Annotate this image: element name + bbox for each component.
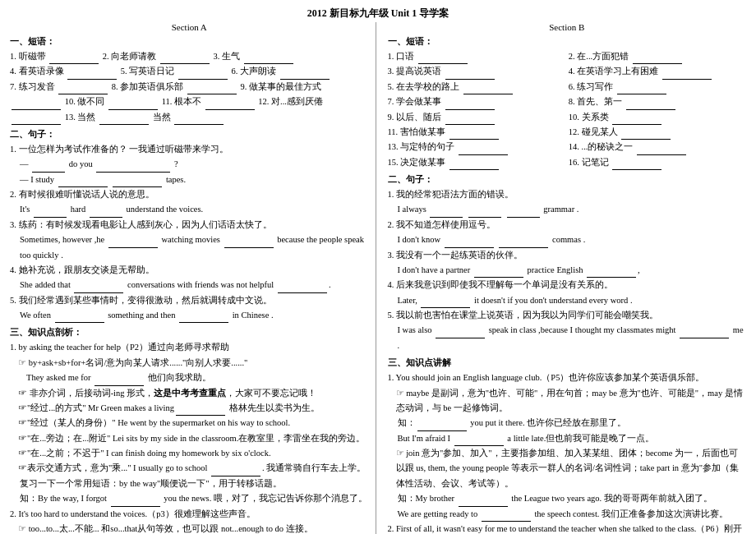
blank [621,130,671,140]
vocab-row-2: 4. 看英语录像 5. 写英语日记 6. 大声朗读 [10,64,369,79]
left-column: Section A 一、短语： 1. 听磁带 2. 向老师请教 3. 生气 4.… [10,22,376,534]
vocab-item: 2. 向老师请教 [103,52,157,61]
vocab-item: 13. 当然 [65,113,96,122]
vocab-item: 8. 参加英语俱乐部 [112,82,184,91]
knowledge-r1-ex4: We are getting ready to the speech conte… [388,507,747,522]
blank [160,54,210,64]
blank [74,283,123,293]
vocab-item: 7. 练习发音 [10,82,55,91]
blank [421,298,470,308]
blank [445,70,495,80]
vocab-row-1: 1. 听磁带 2. 向老师请教 3. 生气 [10,49,369,64]
knowledge-r1-ex2: But I'm afraid I a little late.但也前我可能是晚了… [388,431,747,446]
blank [12,115,61,125]
sentence-r2: 2. 我不知道怎样使用逗号。 [388,218,747,232]
blank [49,54,99,64]
vocab-r4: 4. 在英语学习上有困难 [569,64,746,79]
vocab-row-5: 13. 当然 当然 [10,110,369,125]
blank [94,376,144,386]
knowledge-1-detail7: ☞"在...之前；不迟于" I can finish doing my home… [10,446,369,461]
blank [680,329,729,338]
sentence-1-line2: — I study tapes. [10,173,369,187]
page-container: 2012 新目标九年级 Unit 1 导学案 Section A 一、短语： 1… [0,0,756,534]
vocab-item: 4. 看英语录像 [10,67,64,76]
blank [224,238,274,248]
blank [430,208,463,218]
blank [445,238,494,248]
knowledge-r1-ex3: 知：My brother the League two years ago. 我… [388,491,747,506]
blank [108,100,158,110]
blank [459,497,508,507]
blank [58,177,108,187]
vocab-item: 3. 生气 [214,52,241,61]
sentence-r4: 4. 后来我意识到即使我不理解每一个单词是没有关系的。 [388,278,747,292]
vocab-row-4: 10. 做不同 11. 根本不 12. 对...感到厌倦 [10,94,369,109]
sentence-3-line: Sometimes, however ,he watching movies b… [10,232,369,263]
blank [459,145,508,155]
sentence-header-left: 二、句子： [10,128,369,140]
blank [174,115,224,125]
vocab-item: 12. 对...感到厌倦 [258,97,323,106]
sentence-r5: 5. 我以前也害怕在课堂上说英语，因为我以为同学们可能会嘲笑我。 [388,308,747,323]
knowledge-header-right: 三、知识点讲解 [388,357,747,369]
vocab-r11: 11. 害怕做某事 [388,125,565,140]
knowledge-1-detail4: ☞"经过...的方式" Mr Green makes a living 格林先生… [10,401,369,416]
blank [633,54,682,64]
blank [482,512,531,522]
vocab-r7: 7. 学会做某事 [388,94,565,109]
vocab-item: 11. 根本不 [162,97,201,106]
blank [178,70,228,80]
knowledge-2-detail1: ☞ too...to...太...不能... 和so...that从句等效，也可… [10,522,369,534]
sentence-r1: 1. 我的经常犯语法方面的错误。 [388,187,747,202]
vocab-item: 9. 做某事的最佳方式 [241,82,322,91]
knowledge-header-left: 三、知识点剖析： [10,326,369,338]
blank [90,208,122,218]
blank [507,208,540,218]
vocab-r6: 6. 练习写作 [569,80,746,94]
blank [499,238,548,248]
blank [436,329,485,338]
knowledge-1-detail3: ☞ 非亦介词，后接动词-ing 形式，这是中考考查重点，大家可不要忘记哦！ [10,386,369,401]
vocab-item: 6. 大声朗读 [232,67,277,76]
blank [32,163,65,173]
blank [176,406,225,416]
blank [612,115,662,125]
knowledge-r2-title: 2. First of all, it wasn't easy for me t… [388,522,747,534]
vocab-r16: 16. 记笔记 [569,155,746,170]
blank [211,467,260,476]
blank [468,208,501,218]
blank [417,421,467,431]
sentence-2-line: It's hard understand the voices. [10,202,369,217]
vocab-r15: 15. 决定做某事 [388,155,565,170]
section-b-label: Section B [388,22,747,32]
sentence-r3: 3. 我没有一个一起练英语的伙伴。 [388,248,747,263]
vocab-item: 5. 写英语日记 [121,67,175,76]
blank [113,177,162,187]
blank [34,208,67,218]
sentence-num: 1. 一位怎样为考试作准备的？ 一我通过听磁带来学习。 [10,145,228,154]
knowledge-1-detail2: They asked me for 他们向我求助。 [10,371,369,385]
knowledge-1-detail6: ☞"在...旁边；在...附近" Lei sits by my side in … [10,431,369,446]
vocab-row-3: 7. 练习发音 8. 参加英语俱乐部 9. 做某事的最佳方式 [10,80,369,94]
sentence-5: 5. 我们经常遇到某些事情时，变得很激动，然后就调转成中文说。 [10,293,369,308]
vocab-r8: 8. 首先、第一 [569,94,746,109]
sentence-3: 3. 练药：有时候发现看电影让人感到灰心，因为人们话语太快了。 [10,218,369,232]
blank [463,85,513,94]
knowledge-r1-detail2: ☞ join 意为"参加、加入"，主要指参加组、加入某某组、团体；become … [388,446,747,491]
blank [108,238,158,248]
blank [67,70,117,80]
sentence-header-right: 二、句子： [388,173,747,186]
vocab-r9: 9. 以后、随后 [388,110,565,125]
right-column: Section B 一、短语： 1. 口语 2. 在...方面犯错 3. 提高说… [385,22,747,534]
vocab-header-right: 一、短语： [388,35,747,48]
knowledge-1-detail9: 复习一下一个常用短语：by the way"顺便说一下"，用于转移话题。 [10,476,369,491]
blank [96,163,170,173]
blank [418,54,468,64]
sentence-4-line: She added that conversations with friend… [10,278,369,292]
vocab-item: 1. 听磁带 [10,52,46,61]
section-a-label: Section A [10,22,369,32]
vocab-header-left: 一、短语： [10,35,369,48]
knowledge-r1-ex1: 知： you put it there. 也许你已经放在那里了。 [388,416,747,430]
vocab-item: 10. 做不同 [65,97,105,106]
vocab-r10: 10. 关系类 [569,110,746,125]
